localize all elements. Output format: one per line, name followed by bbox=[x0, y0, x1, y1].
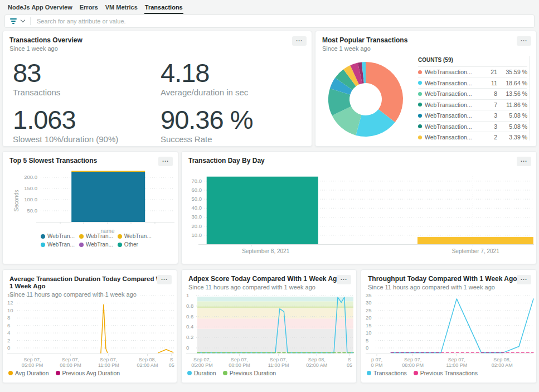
panel-title: Transaction Day By Day bbox=[188, 157, 530, 164]
donut-slice[interactable] bbox=[366, 62, 403, 122]
svg-text:150.0: 150.0 bbox=[24, 185, 37, 191]
x-axis-tick-label: 05 bbox=[169, 362, 174, 368]
series-color-dot bbox=[418, 70, 422, 74]
panel-title: Adpex Score Today Compared With 1 Week A… bbox=[188, 275, 349, 283]
bar-segment[interactable] bbox=[71, 171, 145, 172]
legend-color-dot bbox=[118, 243, 122, 247]
table-row[interactable]: WebTransaction...711.86 % bbox=[418, 99, 527, 110]
legend-label: WebTran... bbox=[47, 241, 75, 248]
legend-color-dot bbox=[118, 234, 122, 239]
svg-text:5: 5 bbox=[366, 337, 368, 343]
svg-text:4: 4 bbox=[7, 330, 10, 336]
transaction-percent: 35.59 % bbox=[497, 69, 527, 75]
svg-text:20: 20 bbox=[366, 314, 372, 321]
panel-throughput: Throughput Today Compared With 1 Week Ag… bbox=[361, 269, 537, 383]
svg-text:10: 10 bbox=[366, 330, 372, 336]
legend-color-dot bbox=[367, 371, 371, 375]
svg-text:40.0: 40.0 bbox=[192, 205, 202, 211]
transaction-name: WebTransaction... bbox=[425, 112, 483, 119]
transaction-percent: 5.08 % bbox=[497, 123, 527, 130]
legend-item[interactable]: WebTran... bbox=[79, 241, 113, 248]
search-input[interactable] bbox=[36, 17, 529, 25]
legend-color-dot bbox=[41, 243, 45, 247]
x-axis-tick-label: Sep 07, bbox=[62, 357, 79, 362]
x-axis-tick-label: Sep 08, bbox=[493, 357, 511, 362]
table-row[interactable]: WebTransaction...2135.59 % bbox=[418, 66, 527, 78]
legend-label: WebTran... bbox=[86, 233, 113, 239]
legend-item[interactable]: Previous Transactions bbox=[414, 370, 478, 376]
legend-item[interactable]: Transactions bbox=[367, 370, 407, 376]
legend-label: Avg Duration bbox=[15, 370, 49, 376]
tab-errors[interactable]: Errors bbox=[79, 0, 99, 14]
svg-text:50.0: 50.0 bbox=[27, 207, 38, 214]
chevron-down-icon[interactable] bbox=[21, 18, 25, 22]
legend-color-dot bbox=[187, 371, 192, 375]
tab-nodejs-app-overview[interactable]: NodeJs App Overview bbox=[7, 0, 73, 14]
bar[interactable] bbox=[417, 237, 533, 244]
panel-menu-button[interactable]: ... bbox=[517, 275, 531, 284]
table-row[interactable]: WebTransaction...35.08 % bbox=[418, 110, 527, 121]
legend-label: WebTran... bbox=[124, 233, 152, 239]
x-axis-tick-label: Sep 07, bbox=[231, 357, 248, 362]
panel-menu-button[interactable]: ... bbox=[157, 275, 172, 284]
legend-label: Duration bbox=[194, 370, 216, 376]
throughput-line-chart: 05101520253035p 07,0 PMSep 07,08:00 PMSe… bbox=[361, 285, 537, 369]
panel-menu-button[interactable]: ... bbox=[158, 157, 173, 166]
chart-legend: TransactionsPrevious Transactions bbox=[367, 370, 534, 379]
x-axis-tick-label: 08:00 PM bbox=[402, 362, 424, 368]
svg-text:60.0: 60.0 bbox=[192, 187, 202, 193]
legend-item[interactable]: Avg Duration bbox=[8, 370, 49, 376]
table-row[interactable]: WebTransaction...813.56 % bbox=[418, 88, 527, 99]
stat-transactions: 83 Transactions bbox=[13, 60, 161, 97]
x-axis-tick-label: 0 PM bbox=[371, 362, 382, 368]
popular-transactions-table: COUNTS (59) WebTransaction...2135.59 %We… bbox=[418, 57, 527, 143]
legend-item[interactable]: WebTran... bbox=[41, 233, 75, 239]
legend-item[interactable]: Duration bbox=[187, 370, 216, 376]
legend-item[interactable]: Previous Duration bbox=[223, 370, 276, 376]
stat-label: Transactions bbox=[13, 88, 161, 97]
legend-item[interactable]: WebTran... bbox=[41, 241, 75, 248]
x-axis-tick-label: Sep 07, bbox=[404, 357, 421, 362]
x-axis-tick-label: Sep 07, bbox=[24, 357, 41, 362]
panel-title: Transactions Overview bbox=[9, 37, 305, 44]
series-line bbox=[101, 304, 108, 353]
bar[interactable] bbox=[207, 177, 318, 244]
tab-vm-metrics[interactable]: VM Metrics bbox=[105, 0, 138, 14]
x-axis-tick-label: Sep 07, bbox=[448, 357, 465, 362]
chart-legend: Avg DurationPrevious Avg Duration bbox=[8, 370, 176, 379]
svg-text:0: 0 bbox=[186, 345, 189, 351]
legend-item[interactable]: WebTran... bbox=[79, 233, 113, 239]
legend-item[interactable]: Previous Avg Duration bbox=[56, 370, 120, 376]
filter-icon[interactable] bbox=[10, 18, 17, 24]
panel-menu-button[interactable]: ... bbox=[517, 157, 531, 166]
panel-top5-slowest-transactions: Top 5 Slowest Transactions ... 50.0100.0… bbox=[2, 151, 178, 264]
panel-most-popular-transactions: Most Popular Transactions Since 1 week a… bbox=[315, 31, 537, 147]
panel-subtitle: Since 1 week ago bbox=[9, 45, 305, 52]
panel-title: Throughput Today Compared With 1 Week Ag… bbox=[368, 275, 530, 283]
scrollbar-track[interactable] bbox=[529, 56, 530, 141]
table-row[interactable]: WebTransaction...1118.64 % bbox=[418, 78, 527, 89]
table-row[interactable]: WebTransaction...35.08 % bbox=[418, 121, 527, 132]
svg-text:0: 0 bbox=[7, 345, 10, 351]
svg-text:1: 1 bbox=[186, 292, 189, 298]
search-bar[interactable] bbox=[4, 14, 535, 28]
panel-menu-button[interactable]: ... bbox=[292, 36, 307, 46]
x-axis-tick-label: 08:00 PM bbox=[60, 362, 81, 368]
panel-menu-button[interactable]: ... bbox=[517, 36, 531, 46]
stat-value: 4.18 bbox=[161, 60, 312, 86]
legend-label: Transactions bbox=[373, 370, 407, 376]
svg-text:30.0: 30.0 bbox=[192, 214, 202, 220]
legend-item[interactable]: WebTran... bbox=[118, 233, 152, 239]
svg-text:70.0: 70.0 bbox=[192, 178, 202, 184]
tab-transactions[interactable]: Transactions bbox=[144, 0, 183, 14]
svg-text:12: 12 bbox=[7, 299, 13, 306]
legend-item[interactable]: Other bbox=[118, 241, 138, 248]
panel-menu-button[interactable]: ... bbox=[337, 275, 351, 284]
transaction-name: WebTransaction... bbox=[425, 123, 483, 130]
table-row[interactable]: WebTransaction...23.39 % bbox=[418, 132, 527, 143]
bar-segment[interactable] bbox=[71, 172, 145, 222]
adpex-score-line-chart: 00.20.40.60.81Sep 07,05:00 PMSep 07,08:0… bbox=[182, 285, 357, 369]
svg-text:15: 15 bbox=[366, 322, 372, 328]
legend-label: Previous Duration bbox=[230, 370, 276, 376]
transaction-count: 3 bbox=[483, 112, 497, 119]
